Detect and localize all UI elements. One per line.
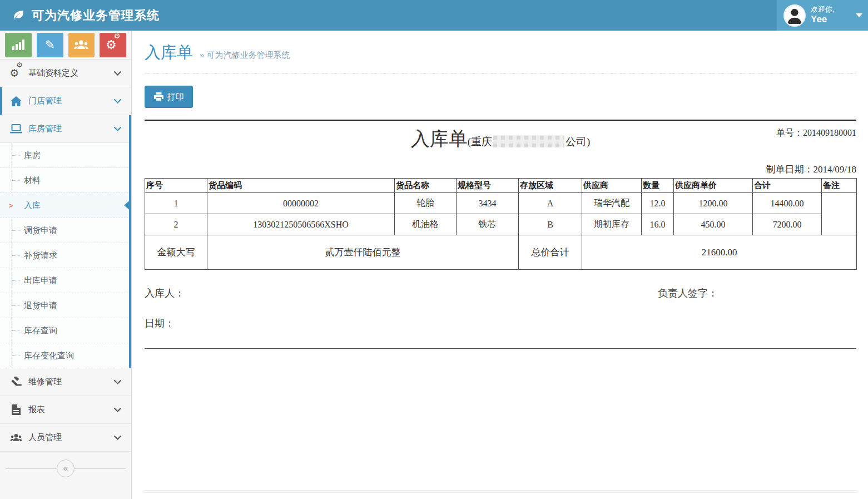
collapse-sidebar-button[interactable]: « [57, 460, 75, 477]
col-header: 备注 [822, 179, 857, 193]
print-label: 打印 [167, 92, 184, 102]
table-header-row: 序号 货品编码 货品名称 规格型号 存放区域 供应商 数量 供应商单价 合计 备… [145, 179, 857, 193]
company-name-redacted [493, 135, 564, 147]
app-title: 可为汽修业务管理系统 [32, 7, 160, 24]
document-title-band: 入库单(重庆公司) 单号：201409180001 [145, 121, 856, 155]
sidebar-item-repair[interactable]: 维修管理 [0, 368, 131, 396]
submenu-label: 入库 [24, 200, 41, 211]
cell-qty: 12.0 [642, 193, 674, 214]
home-icon [9, 96, 23, 106]
signature-band: 入库人： 负责人签字： 日期： [145, 286, 856, 330]
sidebar-item-label: 报表 [28, 404, 45, 415]
submenu-label: 补货请求 [24, 250, 57, 261]
print-button[interactable]: 打印 [145, 86, 193, 108]
sidebar-item-stock-change-query[interactable]: 库存变化查询 [0, 343, 131, 368]
laptop-icon [9, 124, 23, 134]
bar-chart-icon [12, 39, 24, 50]
cell-qty: 16.0 [642, 214, 674, 235]
made-date-value: 2014/09/18 [814, 164, 856, 175]
chevron-down-icon [114, 99, 121, 103]
col-header: 货品编码 [207, 179, 395, 193]
sidebar-item-label: 库房管理 [28, 123, 62, 134]
sidebar-item-staff[interactable]: 人员管理 [0, 424, 131, 452]
submenu-label: 库存变化查询 [24, 350, 74, 361]
grand-total-value: 21600.00 [582, 235, 857, 270]
sidebar-item-stock-query[interactable]: 库存查询 [0, 318, 131, 343]
cell-unit-price: 450.00 [674, 214, 753, 235]
settings-button[interactable]: ⚙⚙ [100, 33, 126, 57]
gears-icon: ⚙⚙ [106, 39, 120, 51]
col-header: 供应商 [582, 179, 642, 193]
chevron-down-icon [114, 408, 121, 412]
col-header: 数量 [642, 179, 674, 193]
main-content: 入库单 » 可为汽修业务管理系统 打印 入库单(重庆公司) 单号：2014091… [132, 31, 868, 499]
sidebar: ✎ ⚙⚙ ⚙⚙ 基础资料定义 门店管理 库房管理 [0, 31, 132, 499]
sidebar-section-warehouse: 库房管理 库房 材料 > 入库 调货申请 补货请求 出库申请 退货申请 库存查询… [0, 115, 131, 368]
date-label: 日期： [145, 317, 856, 330]
col-header: 货品名称 [395, 179, 457, 193]
file-icon [9, 404, 23, 415]
chevron-down-icon [114, 127, 121, 131]
col-header: 存放区域 [519, 179, 582, 193]
breadcrumb-text: 可为汽修业务管理系统 [207, 50, 290, 60]
order-number: 单号：201409180001 [776, 127, 856, 139]
order-number-value: 201409180001 [803, 128, 856, 137]
app-header: 可为汽修业务管理系统 欢迎你, Yee [0, 0, 868, 31]
sidebar-item-outbound-request[interactable]: 出库申请 [0, 268, 131, 293]
stats-button[interactable] [5, 33, 32, 57]
username: Yee [811, 14, 835, 25]
chevron-down-icon [114, 380, 121, 384]
chevron-down-icon [114, 71, 121, 76]
col-header: 序号 [145, 179, 207, 193]
cell-seq: 1 [145, 193, 207, 214]
made-date: 制单日期：2014/09/18 [145, 163, 856, 176]
sidebar-item-warehouse[interactable]: 库房管理 [0, 115, 131, 143]
chevron-down-icon [114, 436, 121, 440]
users-button[interactable] [68, 33, 95, 57]
made-date-label: 制单日期： [766, 164, 814, 175]
sidebar-item-base-data[interactable]: ⚙⚙ 基础资料定义 [0, 60, 131, 87]
company-prefix: (重庆 [468, 136, 492, 147]
cell-name: 机油格 [395, 214, 457, 235]
summary-row: 金额大写 贰万壹仟陆佰元整 总价合计 21600.00 [145, 235, 857, 270]
cell-code: 00000002 [207, 193, 395, 214]
manager-signature-label: 负责人签字： [658, 286, 718, 300]
brand: 可为汽修业务管理系统 [0, 0, 160, 31]
sidebar-item-return-request[interactable]: 退货申请 [0, 293, 131, 318]
sidebar-menu: ⚙⚙ 基础资料定义 门店管理 库房管理 库房 材料 > 入库 调货申请 [0, 60, 131, 452]
sidebar-item-storeroom[interactable]: 库房 [0, 143, 131, 168]
cell-supplier: 期初库存 [582, 214, 642, 235]
cell-code: 1303021250506566XSHO [207, 214, 395, 235]
footer-divider [144, 490, 856, 493]
submenu-label: 退货申请 [24, 300, 57, 311]
welcome-text: 欢迎你, [811, 6, 835, 14]
cell-total: 14400.00 [753, 193, 822, 214]
leaf-logo-icon [11, 8, 26, 23]
sidebar-collapse-row: « [0, 458, 131, 478]
edit-button[interactable]: ✎ [37, 33, 63, 57]
sidebar-item-label: 维修管理 [28, 377, 62, 387]
cell-name: 轮胎 [395, 193, 457, 214]
user-menu[interactable]: 欢迎你, Yee [777, 0, 868, 31]
breadcrumb: » 可为汽修业务管理系统 [200, 50, 290, 61]
cell-spec: 铁芯 [457, 214, 519, 235]
gavel-icon [9, 377, 23, 387]
cell-seq: 2 [145, 214, 207, 235]
avatar [783, 4, 806, 27]
pencil-icon: ✎ [44, 38, 54, 52]
sidebar-item-store[interactable]: 门店管理 [0, 87, 131, 115]
col-header: 合计 [753, 179, 822, 193]
col-header: 供应商单价 [674, 179, 753, 193]
sidebar-item-transfer-request[interactable]: 调货申请 [0, 218, 131, 243]
submenu-label: 调货申请 [24, 225, 57, 236]
sidebar-item-report[interactable]: 报表 [0, 396, 131, 424]
gears-icon: ⚙⚙ [9, 68, 23, 78]
table-row: 1 00000002 轮胎 3434 A 瑞华汽配 12.0 1200.00 1… [145, 193, 857, 214]
sidebar-item-inbound[interactable]: > 入库 [0, 193, 131, 218]
cell-unit-price: 1200.00 [674, 193, 753, 214]
sidebar-item-replenish-request[interactable]: 补货请求 [0, 243, 131, 268]
chevron-down-icon[interactable] [856, 13, 862, 17]
receiver-label: 入库人： [145, 288, 185, 299]
breadcrumb-arrow: » [200, 50, 204, 60]
sidebar-item-material[interactable]: 材料 [0, 168, 131, 193]
